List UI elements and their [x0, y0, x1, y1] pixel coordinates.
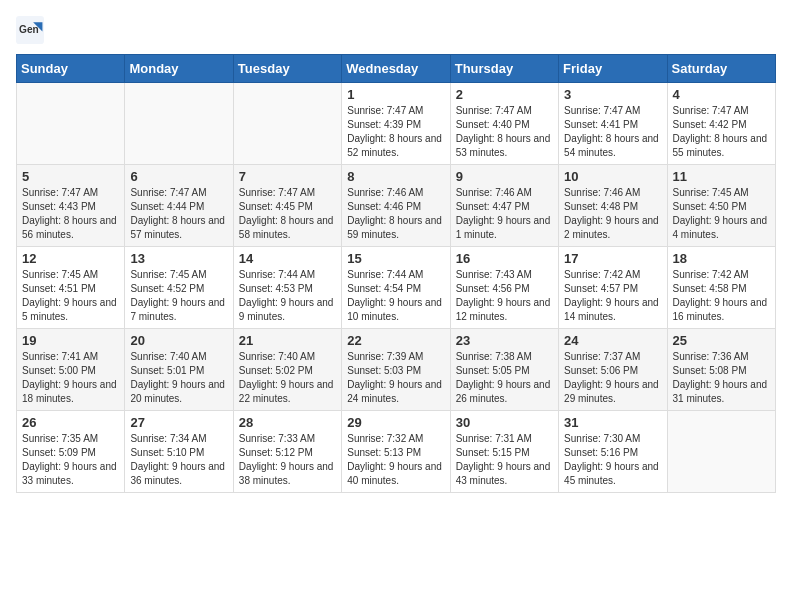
calendar-cell: 11Sunrise: 7:45 AM Sunset: 4:50 PM Dayli… [667, 165, 775, 247]
calendar-cell: 31Sunrise: 7:30 AM Sunset: 5:16 PM Dayli… [559, 411, 667, 493]
day-number: 11 [673, 169, 770, 184]
day-info: Sunrise: 7:44 AM Sunset: 4:54 PM Dayligh… [347, 268, 444, 324]
calendar-cell: 2Sunrise: 7:47 AM Sunset: 4:40 PM Daylig… [450, 83, 558, 165]
day-number: 24 [564, 333, 661, 348]
day-number: 18 [673, 251, 770, 266]
calendar-week-1: 1Sunrise: 7:47 AM Sunset: 4:39 PM Daylig… [17, 83, 776, 165]
calendar-cell: 22Sunrise: 7:39 AM Sunset: 5:03 PM Dayli… [342, 329, 450, 411]
day-number: 19 [22, 333, 119, 348]
day-info: Sunrise: 7:42 AM Sunset: 4:58 PM Dayligh… [673, 268, 770, 324]
day-info: Sunrise: 7:47 AM Sunset: 4:39 PM Dayligh… [347, 104, 444, 160]
day-number: 2 [456, 87, 553, 102]
day-number: 29 [347, 415, 444, 430]
calendar-cell: 29Sunrise: 7:32 AM Sunset: 5:13 PM Dayli… [342, 411, 450, 493]
logo-icon: Gen [16, 16, 44, 44]
day-number: 23 [456, 333, 553, 348]
day-number: 15 [347, 251, 444, 266]
calendar-week-2: 5Sunrise: 7:47 AM Sunset: 4:43 PM Daylig… [17, 165, 776, 247]
day-number: 7 [239, 169, 336, 184]
calendar-header-thursday: Thursday [450, 55, 558, 83]
day-info: Sunrise: 7:40 AM Sunset: 5:02 PM Dayligh… [239, 350, 336, 406]
calendar-cell [125, 83, 233, 165]
calendar-cell: 16Sunrise: 7:43 AM Sunset: 4:56 PM Dayli… [450, 247, 558, 329]
day-info: Sunrise: 7:42 AM Sunset: 4:57 PM Dayligh… [564, 268, 661, 324]
page-header: Gen [16, 16, 776, 44]
day-info: Sunrise: 7:37 AM Sunset: 5:06 PM Dayligh… [564, 350, 661, 406]
calendar-cell: 8Sunrise: 7:46 AM Sunset: 4:46 PM Daylig… [342, 165, 450, 247]
calendar-cell [17, 83, 125, 165]
day-info: Sunrise: 7:47 AM Sunset: 4:42 PM Dayligh… [673, 104, 770, 160]
day-number: 9 [456, 169, 553, 184]
svg-text:Gen: Gen [19, 24, 39, 35]
day-info: Sunrise: 7:38 AM Sunset: 5:05 PM Dayligh… [456, 350, 553, 406]
calendar-cell: 3Sunrise: 7:47 AM Sunset: 4:41 PM Daylig… [559, 83, 667, 165]
day-number: 17 [564, 251, 661, 266]
day-info: Sunrise: 7:47 AM Sunset: 4:40 PM Dayligh… [456, 104, 553, 160]
calendar-cell: 9Sunrise: 7:46 AM Sunset: 4:47 PM Daylig… [450, 165, 558, 247]
day-info: Sunrise: 7:32 AM Sunset: 5:13 PM Dayligh… [347, 432, 444, 488]
day-number: 26 [22, 415, 119, 430]
day-info: Sunrise: 7:47 AM Sunset: 4:41 PM Dayligh… [564, 104, 661, 160]
calendar-header-friday: Friday [559, 55, 667, 83]
day-number: 4 [673, 87, 770, 102]
calendar-cell: 13Sunrise: 7:45 AM Sunset: 4:52 PM Dayli… [125, 247, 233, 329]
calendar-cell: 25Sunrise: 7:36 AM Sunset: 5:08 PM Dayli… [667, 329, 775, 411]
day-info: Sunrise: 7:46 AM Sunset: 4:47 PM Dayligh… [456, 186, 553, 242]
calendar-cell: 23Sunrise: 7:38 AM Sunset: 5:05 PM Dayli… [450, 329, 558, 411]
day-info: Sunrise: 7:45 AM Sunset: 4:51 PM Dayligh… [22, 268, 119, 324]
day-number: 30 [456, 415, 553, 430]
calendar-cell: 24Sunrise: 7:37 AM Sunset: 5:06 PM Dayli… [559, 329, 667, 411]
calendar-cell: 28Sunrise: 7:33 AM Sunset: 5:12 PM Dayli… [233, 411, 341, 493]
day-info: Sunrise: 7:47 AM Sunset: 4:43 PM Dayligh… [22, 186, 119, 242]
day-info: Sunrise: 7:30 AM Sunset: 5:16 PM Dayligh… [564, 432, 661, 488]
day-info: Sunrise: 7:47 AM Sunset: 4:44 PM Dayligh… [130, 186, 227, 242]
day-number: 10 [564, 169, 661, 184]
day-info: Sunrise: 7:43 AM Sunset: 4:56 PM Dayligh… [456, 268, 553, 324]
day-info: Sunrise: 7:35 AM Sunset: 5:09 PM Dayligh… [22, 432, 119, 488]
day-info: Sunrise: 7:45 AM Sunset: 4:50 PM Dayligh… [673, 186, 770, 242]
calendar-header-monday: Monday [125, 55, 233, 83]
day-info: Sunrise: 7:41 AM Sunset: 5:00 PM Dayligh… [22, 350, 119, 406]
day-number: 3 [564, 87, 661, 102]
calendar-header-saturday: Saturday [667, 55, 775, 83]
day-info: Sunrise: 7:47 AM Sunset: 4:45 PM Dayligh… [239, 186, 336, 242]
day-number: 5 [22, 169, 119, 184]
calendar-cell: 5Sunrise: 7:47 AM Sunset: 4:43 PM Daylig… [17, 165, 125, 247]
calendar-week-5: 26Sunrise: 7:35 AM Sunset: 5:09 PM Dayli… [17, 411, 776, 493]
day-info: Sunrise: 7:40 AM Sunset: 5:01 PM Dayligh… [130, 350, 227, 406]
day-number: 25 [673, 333, 770, 348]
day-info: Sunrise: 7:36 AM Sunset: 5:08 PM Dayligh… [673, 350, 770, 406]
calendar-cell: 26Sunrise: 7:35 AM Sunset: 5:09 PM Dayli… [17, 411, 125, 493]
calendar-cell: 30Sunrise: 7:31 AM Sunset: 5:15 PM Dayli… [450, 411, 558, 493]
calendar-cell: 20Sunrise: 7:40 AM Sunset: 5:01 PM Dayli… [125, 329, 233, 411]
day-info: Sunrise: 7:44 AM Sunset: 4:53 PM Dayligh… [239, 268, 336, 324]
logo: Gen [16, 16, 48, 44]
calendar-cell: 18Sunrise: 7:42 AM Sunset: 4:58 PM Dayli… [667, 247, 775, 329]
calendar-cell [667, 411, 775, 493]
calendar-cell: 19Sunrise: 7:41 AM Sunset: 5:00 PM Dayli… [17, 329, 125, 411]
calendar-week-4: 19Sunrise: 7:41 AM Sunset: 5:00 PM Dayli… [17, 329, 776, 411]
day-info: Sunrise: 7:46 AM Sunset: 4:48 PM Dayligh… [564, 186, 661, 242]
calendar-header-wednesday: Wednesday [342, 55, 450, 83]
calendar-cell [233, 83, 341, 165]
day-number: 6 [130, 169, 227, 184]
day-number: 20 [130, 333, 227, 348]
day-info: Sunrise: 7:46 AM Sunset: 4:46 PM Dayligh… [347, 186, 444, 242]
calendar-header-tuesday: Tuesday [233, 55, 341, 83]
day-info: Sunrise: 7:39 AM Sunset: 5:03 PM Dayligh… [347, 350, 444, 406]
day-info: Sunrise: 7:31 AM Sunset: 5:15 PM Dayligh… [456, 432, 553, 488]
day-number: 21 [239, 333, 336, 348]
day-number: 22 [347, 333, 444, 348]
calendar-cell: 15Sunrise: 7:44 AM Sunset: 4:54 PM Dayli… [342, 247, 450, 329]
day-number: 13 [130, 251, 227, 266]
calendar-cell: 27Sunrise: 7:34 AM Sunset: 5:10 PM Dayli… [125, 411, 233, 493]
day-number: 27 [130, 415, 227, 430]
calendar-cell: 12Sunrise: 7:45 AM Sunset: 4:51 PM Dayli… [17, 247, 125, 329]
calendar-cell: 17Sunrise: 7:42 AM Sunset: 4:57 PM Dayli… [559, 247, 667, 329]
calendar-cell: 14Sunrise: 7:44 AM Sunset: 4:53 PM Dayli… [233, 247, 341, 329]
calendar-table: SundayMondayTuesdayWednesdayThursdayFrid… [16, 54, 776, 493]
calendar-cell: 10Sunrise: 7:46 AM Sunset: 4:48 PM Dayli… [559, 165, 667, 247]
day-number: 12 [22, 251, 119, 266]
calendar-header-row: SundayMondayTuesdayWednesdayThursdayFrid… [17, 55, 776, 83]
calendar-cell: 6Sunrise: 7:47 AM Sunset: 4:44 PM Daylig… [125, 165, 233, 247]
